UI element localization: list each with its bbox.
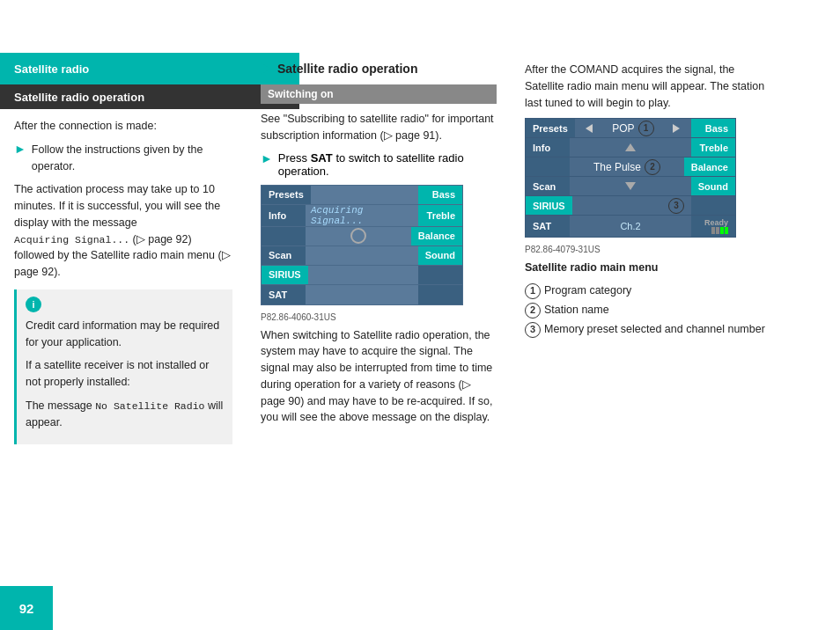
presets-content (311, 186, 418, 204)
page-number: 92 (19, 601, 34, 616)
empty-btn (262, 227, 306, 245)
mid-caption: P82.86-4060-31US (261, 312, 497, 322)
sound-btn: Sound (418, 246, 462, 265)
mid-bullet-text: Press SAT to switch to satellite radio o… (278, 151, 497, 178)
rr-arrow-left-icon (586, 124, 593, 133)
scan-content (306, 246, 418, 265)
teal-header-label: Satellite radio (14, 62, 89, 76)
rr-sat-row: SAT Ch.2 Ready (526, 216, 735, 237)
callout-item-3: 3 Memory preset selected and channel num… (525, 322, 773, 338)
sat-content (306, 285, 418, 304)
rr-pulse-row: The Pulse 2 Balance (526, 158, 735, 177)
presets-btn: Presets (262, 186, 311, 204)
info-line-3: The message No Satellite Radio will appe… (26, 398, 224, 431)
rr-scan-btn: Scan (526, 177, 570, 195)
rr-pulse-content: The Pulse 2 (570, 158, 684, 176)
rr-sirius-right (691, 196, 735, 215)
info-line-2: If a satellite receiver is not installed… (26, 357, 224, 391)
sat-right (418, 285, 462, 304)
callout-circle-3: 3 (525, 322, 541, 338)
dot-3 (720, 227, 724, 234)
balance-btn: Balance (411, 227, 462, 245)
radio-row-presets: Presets Bass (262, 186, 462, 205)
callout-2-overlay: 2 (645, 159, 660, 175)
sirius-right (418, 266, 462, 284)
rr-nav-left-right (575, 119, 604, 137)
sat-btn: SAT (262, 285, 306, 304)
rr-down-icon (625, 182, 636, 190)
callout-item-2: 2 Station name (525, 303, 773, 319)
callout-text-3: Memory preset selected and channel numbe… (544, 322, 765, 338)
ready-text: Ready (704, 218, 728, 227)
radio-row-empty: Balance (262, 227, 462, 246)
sat-key-label: SAT (311, 151, 333, 165)
right-caption: P82.86-4079-31US (525, 245, 773, 254)
rr-balance-btn: Balance (684, 158, 735, 176)
info-line-1: Credit card information may be required … (26, 318, 224, 351)
rr-info-row: Info Treble (526, 138, 735, 158)
acquiring-signal: Acquiring Signal... (306, 205, 418, 226)
rr-sat-btn: SAT (526, 216, 570, 237)
rr-sirius-content: 3 (572, 196, 691, 215)
mid-column: Satellite radio operation Switching on S… (247, 53, 511, 442)
mid-bullet-arrow: ► (261, 151, 273, 178)
mid-title: Satellite radio operation (277, 62, 417, 76)
rr-up-nav (570, 138, 691, 157)
rr-presets-btn: Presets (526, 119, 575, 137)
mid-para-2: When switching to Satellite radio operat… (261, 327, 497, 427)
left-column: After the connection is made: ► Follow t… (0, 109, 247, 462)
left-intro: After the connection is made: (14, 118, 232, 135)
rr-down-nav (570, 177, 691, 195)
rr-bass-btn: Bass (691, 119, 735, 137)
rr-scan-row: Scan Sound (526, 177, 735, 196)
rr-up-icon (625, 143, 636, 151)
rr-treble-btn: Treble (691, 138, 735, 157)
callout-3-overlay: 3 (668, 198, 684, 214)
right-sub-title: Satellite radio main menu (525, 260, 773, 276)
rr-sirius-btn: SIRIUS (526, 196, 572, 215)
radio-row-sat: SAT (262, 285, 462, 304)
treble-btn: Treble (418, 205, 462, 226)
radio-row-scan: Scan Sound (262, 246, 462, 266)
callout-item-1: 1 Program category (525, 283, 773, 299)
rr-info-btn: Info (526, 138, 570, 157)
rr-empty-btn (526, 158, 570, 176)
section-triangle-icon (261, 62, 270, 75)
bullet-text-1: Follow the instructions given by the ope… (32, 142, 232, 175)
radio-ui-acquiring: Presets Bass Info Acquiring Signal... Tr… (261, 185, 463, 305)
rr-presets-row: Presets POP 1 Bass (526, 119, 735, 138)
mid-bullet-1: ► Press SAT to switch to satellite radio… (261, 151, 497, 178)
info-icon: i (26, 297, 41, 312)
black-header-label: Satellite radio operation (14, 91, 144, 104)
callout-1-overlay: 1 (638, 121, 654, 136)
ready-dots (711, 227, 728, 234)
left-bullet-1: ► Follow the instructions given by the o… (14, 142, 232, 175)
callout-list: 1 Program category 2 Station name 3 Memo… (525, 283, 773, 338)
bullet-arrow-1: ► (14, 142, 26, 175)
rr-ch2-content: Ch.2 (570, 216, 691, 237)
dot-4 (725, 227, 728, 234)
page-number-box: 92 (0, 586, 53, 630)
left-para-1: The activation process may take up to 10… (14, 181, 232, 281)
mid-section-title: Satellite radio operation (261, 62, 497, 76)
info-btn: Info (262, 205, 306, 226)
rr-sound-btn: Sound (691, 177, 735, 195)
scan-btn: Scan (262, 246, 306, 265)
bass-btn: Bass (418, 186, 462, 204)
dot-2 (716, 227, 719, 234)
empty-content (306, 227, 411, 245)
mono-no-sat: No Satellite Radio (95, 400, 204, 412)
radio-row-info: Info Acquiring Signal... Treble (262, 205, 462, 227)
callout-text-2: Station name (544, 303, 609, 319)
info-box: i Credit card information may be require… (14, 289, 232, 445)
right-para-1: After the COMAND acquires the signal, th… (525, 62, 773, 111)
radio-row-sirius: SIRIUS (262, 266, 462, 285)
mono-signal: Acquiring Signal... (14, 234, 129, 245)
radio-ui-main-menu: Presets POP 1 Bass Info Treble (525, 118, 736, 238)
switching-on-bar: Switching on (261, 84, 497, 104)
sirius-content (308, 266, 418, 284)
rr-sirius-row: SIRIUS 3 (526, 196, 735, 216)
rr-ready-btn: Ready (691, 216, 735, 237)
dot-1 (711, 227, 715, 234)
mid-para-1: See "Subscribing to satellite radio" for… (261, 111, 497, 144)
